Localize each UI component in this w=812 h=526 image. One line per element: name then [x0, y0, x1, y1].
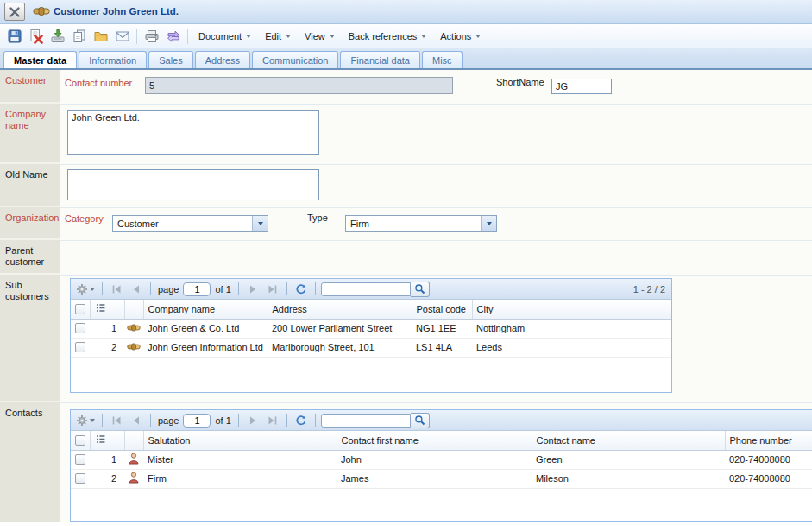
menu-back-references[interactable]: Back references [342, 28, 433, 45]
tab-financial-data[interactable]: Financial data [340, 51, 420, 70]
sidebar-label-old-name: Old Name [0, 164, 60, 207]
row-checkbox[interactable] [75, 473, 85, 484]
row-separator [60, 164, 812, 165]
menu-document[interactable]: Document [192, 28, 258, 45]
tab-master-data[interactable]: Master data [3, 51, 77, 70]
tab-misc[interactable]: Misc [422, 51, 463, 70]
print-button[interactable] [141, 26, 162, 46]
sidebar-label-customer: Customer [0, 70, 60, 104]
select-all-checkbox[interactable] [75, 435, 85, 446]
menu-actions[interactable]: Actions [433, 28, 488, 45]
contacts-header-row: Salutation Contact first name Contact na… [71, 431, 812, 450]
grid-search-button[interactable] [411, 413, 430, 428]
refresh-icon [295, 415, 307, 427]
transfer-icon [166, 29, 181, 44]
select-all-checkbox[interactable] [75, 304, 85, 314]
contacts-grid: page of 1 [70, 409, 812, 522]
next-page-icon [248, 415, 258, 426]
menu-label: View [305, 31, 325, 41]
refresh-button[interactable] [293, 282, 310, 297]
chevron-down-icon [330, 35, 335, 38]
grid-settings-button[interactable] [74, 282, 97, 297]
combo-trigger-button[interactable] [481, 216, 496, 231]
post-button[interactable] [47, 26, 68, 46]
customer-icon [124, 338, 143, 357]
column-header-salutation[interactable]: Salutation [143, 431, 337, 450]
prev-page-button[interactable] [128, 282, 145, 297]
grid-search-input[interactable] [321, 414, 411, 428]
combo-trigger-button[interactable] [252, 216, 268, 231]
column-header-postal-code[interactable]: Postal code [412, 300, 472, 319]
tab-address[interactable]: Address [195, 51, 250, 70]
menu-edit[interactable]: Edit [258, 28, 298, 45]
sub-customer-row[interactable]: 1 John Green & Co. Ltd 200 Lower Parliam… [71, 319, 671, 338]
row-checkbox[interactable] [75, 454, 85, 465]
cell-salutation: Mister [143, 450, 337, 469]
chevron-down-icon [246, 35, 251, 38]
folder-icon [93, 29, 109, 44]
gear-icon [76, 283, 88, 295]
first-page-button[interactable] [108, 413, 125, 428]
copy-button[interactable] [68, 26, 90, 46]
refresh-button[interactable] [293, 413, 310, 428]
company-name-textarea[interactable]: John Green Ltd. [67, 110, 319, 155]
sub-customers-grid-toolbar: page of 1 1 - 2 / [71, 279, 671, 300]
delete-button[interactable] [25, 26, 47, 46]
page-number-input[interactable] [183, 414, 211, 428]
cell-address: Marlborough Street, 101 [268, 338, 412, 357]
menu-label: Back references [349, 31, 417, 41]
type-value: Firm [346, 216, 481, 231]
save-button[interactable] [3, 26, 25, 46]
pager-separator [315, 282, 316, 295]
column-header-company-name[interactable]: Company name [143, 300, 268, 319]
cell-contact-name: Green [532, 450, 725, 469]
row-separator [60, 207, 812, 208]
shortname-input[interactable] [551, 79, 612, 94]
save-icon [7, 29, 22, 44]
rownum-header [90, 300, 124, 319]
chevron-down-icon [487, 222, 492, 225]
last-page-button[interactable] [264, 413, 281, 428]
pager-separator [150, 282, 151, 295]
tab-sales[interactable]: Sales [148, 51, 193, 70]
column-header-phone-number[interactable]: Phone number [725, 431, 812, 450]
tab-information[interactable]: Information [79, 51, 147, 70]
column-header-address[interactable]: Address [268, 300, 412, 319]
column-header-contact-first-name[interactable]: Contact first name [337, 431, 532, 450]
print-icon [144, 29, 160, 44]
sub-customer-row[interactable]: 2 John Green Information Ltd Marlborough… [71, 338, 671, 357]
contact-number-field[interactable]: 5 [145, 77, 453, 94]
old-name-textarea[interactable] [67, 169, 319, 200]
close-button[interactable] [4, 3, 25, 21]
window-titlebar: Customer John Green Ltd. [0, 0, 812, 24]
row-checkbox[interactable] [75, 323, 85, 333]
next-page-button[interactable] [244, 413, 261, 428]
menu-label: Edit [265, 31, 281, 41]
column-header-city[interactable]: City [472, 300, 671, 319]
contacts-table: Salutation Contact first name Contact na… [71, 431, 812, 489]
grid-settings-button[interactable] [74, 413, 97, 428]
menu-view[interactable]: View [298, 28, 342, 45]
mail-icon [115, 29, 130, 44]
grid-search-button[interactable] [411, 282, 430, 297]
mail-button[interactable] [111, 26, 133, 46]
type-select[interactable]: Firm [345, 215, 497, 232]
window-title: Customer John Green Ltd. [54, 0, 179, 23]
pager-separator [238, 414, 239, 427]
first-page-button[interactable] [108, 282, 125, 297]
category-select[interactable]: Customer [112, 215, 268, 232]
prev-page-button[interactable] [128, 413, 145, 428]
contact-row[interactable]: 1 Mister John Green 020-74008080 [71, 450, 812, 469]
contact-row[interactable]: 2 Firm James Mileson 020-74008080 [71, 469, 812, 488]
page-number-input[interactable] [183, 282, 211, 296]
page-label: page [156, 284, 180, 295]
open-folder-button[interactable] [90, 26, 111, 46]
row-checkbox[interactable] [75, 342, 85, 352]
grid-search-input[interactable] [321, 282, 411, 296]
tab-communication[interactable]: Communication [252, 51, 338, 70]
next-page-button[interactable] [244, 282, 261, 297]
last-page-button[interactable] [264, 282, 281, 297]
column-header-contact-name[interactable]: Contact name [532, 431, 725, 450]
last-page-icon [268, 284, 278, 295]
transfer-button[interactable] [162, 26, 184, 46]
